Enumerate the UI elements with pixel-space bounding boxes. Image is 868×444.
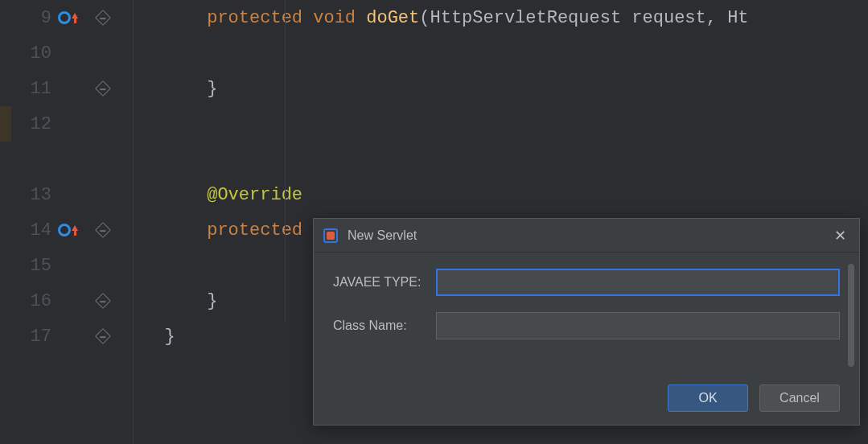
fold-icon[interactable] xyxy=(95,10,111,26)
code-token: protected xyxy=(207,220,302,240)
fold-icon[interactable] xyxy=(95,293,111,309)
gutter-row[interactable]: 17 xyxy=(11,319,133,354)
code-token: HttpServletRequest request xyxy=(430,8,706,28)
class-name-input[interactable] xyxy=(436,312,840,339)
gutter-row[interactable]: 12 xyxy=(11,106,133,142)
fold-area xyxy=(87,295,119,306)
form-row: JAVAEE TYPE: xyxy=(333,269,840,296)
gutter-row[interactable] xyxy=(11,142,133,177)
code-line[interactable]: protected void doGet(HttpServletRequest … xyxy=(134,0,868,35)
code-line[interactable] xyxy=(134,35,868,71)
close-icon[interactable]: ✕ xyxy=(830,226,849,245)
code-token: void xyxy=(313,8,356,28)
fold-area xyxy=(87,224,119,236)
form-label: Class Name: xyxy=(333,319,436,333)
dialog-body: JAVAEE TYPE:Class Name: xyxy=(314,253,859,339)
fold-icon[interactable] xyxy=(95,328,111,344)
gutter-icon-area xyxy=(55,11,87,24)
code-token xyxy=(302,220,313,240)
fold-area xyxy=(87,83,119,94)
code-token: } xyxy=(207,291,217,311)
code-token: @Override xyxy=(207,185,302,205)
code-line[interactable]: } xyxy=(134,71,868,106)
code-line[interactable] xyxy=(134,142,868,177)
line-number: 14 xyxy=(11,220,55,240)
code-token xyxy=(302,8,313,28)
javaee-type-input[interactable] xyxy=(436,269,840,296)
gutter-row[interactable]: 11 xyxy=(11,71,133,106)
gutter-row[interactable]: 13 xyxy=(11,177,133,212)
code-token: } xyxy=(164,327,175,347)
fold-area xyxy=(87,331,119,342)
code-token: ( xyxy=(419,8,430,28)
dialog-footer: OK Cancel xyxy=(668,384,840,412)
form-row: Class Name: xyxy=(333,312,840,339)
gutter-row[interactable]: 10 xyxy=(11,35,133,71)
line-number: 10 xyxy=(11,43,55,64)
dialog-title: New Servlet xyxy=(348,228,830,243)
new-servlet-dialog: New Servlet ✕ JAVAEE TYPE:Class Name: OK… xyxy=(313,218,860,426)
code-token: Ht xyxy=(727,8,748,28)
line-number: 16 xyxy=(11,291,55,311)
code-line[interactable]: @Override xyxy=(134,177,868,212)
gutter-icon-area xyxy=(55,224,87,236)
scrollbar[interactable] xyxy=(848,264,854,367)
fold-icon[interactable] xyxy=(95,80,111,97)
dialog-titlebar[interactable]: New Servlet ✕ xyxy=(314,219,859,253)
line-number: 17 xyxy=(11,327,55,347)
gutter-row[interactable]: 15 xyxy=(11,248,133,283)
ok-button[interactable]: OK xyxy=(668,384,748,412)
cancel-button[interactable]: Cancel xyxy=(759,384,840,412)
line-number: 11 xyxy=(11,79,55,99)
fold-icon[interactable] xyxy=(95,222,111,238)
gutter: 91011121314151617 xyxy=(11,0,134,444)
code-token: protected xyxy=(207,8,302,28)
gutter-row[interactable]: 14 xyxy=(11,212,133,248)
gutter-row[interactable]: 9 xyxy=(11,0,133,35)
line-number: 9 xyxy=(11,8,55,28)
line-number: 13 xyxy=(11,185,55,205)
code-token: doGet xyxy=(366,8,419,28)
code-token: , xyxy=(706,8,727,28)
code-token: } xyxy=(207,79,217,99)
code-token xyxy=(356,8,366,28)
code-line[interactable] xyxy=(134,106,868,142)
gutter-row[interactable]: 16 xyxy=(11,283,133,319)
form-label: JAVAEE TYPE: xyxy=(333,275,436,290)
line-number: 15 xyxy=(11,256,55,276)
override-icon[interactable] xyxy=(58,224,78,236)
fold-area xyxy=(87,12,119,23)
left-strip xyxy=(0,0,11,444)
indent-guide xyxy=(285,0,286,322)
intellij-icon xyxy=(323,228,338,243)
line-number: 12 xyxy=(11,114,55,134)
override-icon[interactable] xyxy=(58,11,78,24)
